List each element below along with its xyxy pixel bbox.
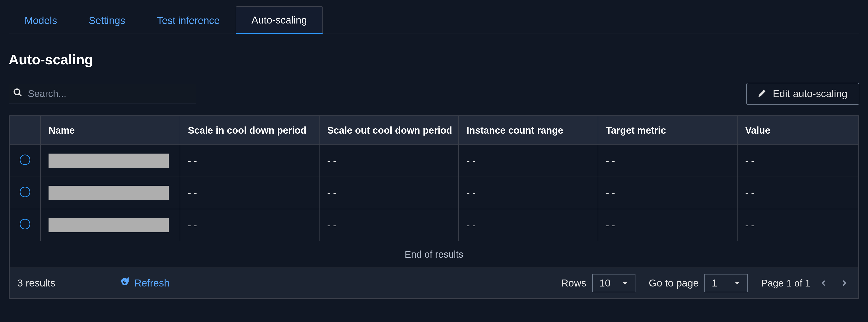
go-to-page-value: 1	[712, 277, 717, 289]
refresh-label: Refresh	[134, 277, 169, 289]
auto-scaling-table: Name Scale in cool down period Scale out…	[9, 115, 859, 299]
edit-auto-scaling-button[interactable]: Edit auto-scaling	[746, 83, 859, 105]
row-radio[interactable]	[20, 219, 30, 229]
prev-page-button[interactable]	[817, 277, 831, 290]
cell-scale-out: - -	[319, 177, 459, 209]
end-of-results-label: End of results	[9, 241, 859, 268]
pencil-icon	[758, 88, 767, 100]
column-header-name[interactable]: Name	[40, 116, 180, 145]
tabs-bar: Models Settings Test inference Auto-scal…	[9, 0, 859, 34]
svg-point-0	[14, 89, 20, 95]
cell-scale-in: - -	[180, 177, 319, 209]
column-header-instance-range[interactable]: Instance count range	[459, 116, 598, 145]
edit-button-label: Edit auto-scaling	[773, 88, 847, 100]
tab-settings[interactable]: Settings	[73, 7, 141, 34]
cell-value: - -	[737, 177, 859, 209]
cell-value: - -	[737, 209, 859, 241]
row-radio[interactable]	[20, 187, 30, 197]
page-title: Auto-scaling	[9, 51, 859, 67]
tab-auto-scaling[interactable]: Auto-scaling	[236, 6, 323, 34]
cell-name	[40, 209, 180, 241]
caret-down-icon	[734, 277, 740, 289]
next-page-button[interactable]	[837, 277, 851, 290]
column-header-scale-out[interactable]: Scale out cool down period	[319, 116, 459, 145]
caret-down-icon	[622, 277, 628, 289]
cell-value: - -	[737, 145, 859, 177]
table-row[interactable]: - - - - - - - - - -	[9, 177, 859, 209]
toolbar: Edit auto-scaling	[9, 83, 859, 105]
search-input[interactable]	[28, 88, 192, 99]
rows-label: Rows	[561, 277, 586, 289]
cell-target-metric: - -	[598, 209, 737, 241]
table-row[interactable]: - - - - - - - - - -	[9, 145, 859, 177]
search-icon	[13, 88, 23, 100]
tab-test-inference[interactable]: Test inference	[141, 7, 236, 34]
column-header-value[interactable]: Value	[737, 116, 859, 145]
tab-models[interactable]: Models	[9, 7, 73, 34]
results-count: 3 results	[17, 277, 56, 289]
table-row[interactable]: - - - - - - - - - -	[9, 209, 859, 241]
page-indicator: Page 1 of 1	[761, 278, 810, 289]
column-header-scale-in[interactable]: Scale in cool down period	[180, 116, 319, 145]
cell-instance-range: - -	[459, 145, 598, 177]
cell-name	[40, 177, 180, 209]
row-radio[interactable]	[20, 154, 30, 165]
cell-target-metric: - -	[598, 145, 737, 177]
cell-scale-out: - -	[319, 145, 459, 177]
column-header-select	[9, 116, 40, 145]
go-to-page-label: Go to page	[649, 277, 699, 289]
cell-target-metric: - -	[598, 177, 737, 209]
page-navigation: Page 1 of 1	[761, 277, 851, 290]
cell-instance-range: - -	[459, 209, 598, 241]
end-of-results-row: End of results	[9, 241, 859, 268]
svg-line-1	[19, 94, 21, 96]
cell-scale-in: - -	[180, 209, 319, 241]
cell-scale-in: - -	[180, 145, 319, 177]
rows-value: 10	[599, 277, 611, 289]
table-footer: 3 results Refresh Rows	[9, 268, 859, 298]
search-field-wrapper[interactable]	[9, 84, 196, 103]
cell-scale-out: - -	[319, 209, 459, 241]
refresh-icon	[120, 277, 129, 289]
cell-name	[40, 145, 180, 177]
redacted-name	[49, 186, 169, 200]
redacted-name	[49, 153, 169, 168]
redacted-name	[49, 218, 169, 232]
rows-per-page-select[interactable]: 10	[592, 274, 636, 292]
go-to-page-select[interactable]: 1	[704, 274, 748, 292]
column-header-target-metric[interactable]: Target metric	[598, 116, 737, 145]
cell-instance-range: - -	[459, 177, 598, 209]
rows-per-page-control: Rows 10	[561, 274, 636, 292]
go-to-page-control: Go to page 1	[649, 274, 748, 292]
refresh-button[interactable]: Refresh	[111, 274, 178, 292]
